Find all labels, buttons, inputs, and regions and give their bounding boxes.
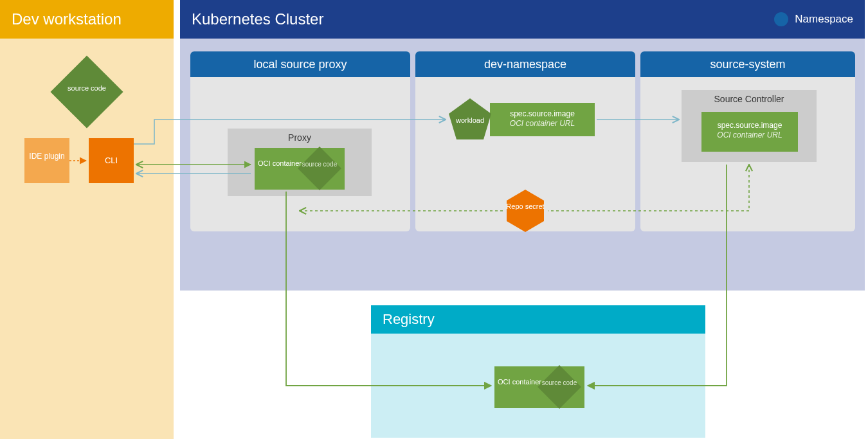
namespace-source-title: source-system	[710, 58, 785, 71]
dev-spec-box: spec.source.image OCI container URL	[490, 103, 595, 136]
proxy-source-code-diamond: source code	[300, 149, 339, 188]
dev-spec-line2: OCI container URL	[490, 119, 595, 129]
registry-header: Registry	[371, 305, 705, 334]
registry-oci-label: OCI container	[497, 378, 542, 386]
namespace-dev-title: dev-namespace	[484, 58, 566, 71]
kubernetes-cluster-header: Kubernetes Cluster Namespace	[180, 0, 865, 39]
kubernetes-cluster-title: Kubernetes Cluster	[192, 10, 323, 28]
source-spec-line2: OCI container URL	[701, 130, 798, 140]
source-controller-label: Source Controller	[682, 94, 817, 104]
registry-source-code-label: source code	[540, 379, 579, 386]
namespace-dev-header: dev-namespace	[415, 51, 635, 77]
repo-secret-label: Repo secret	[505, 202, 545, 210]
source-spec-line1: spec.source.image	[701, 121, 798, 130]
workload-label: workload	[448, 116, 493, 124]
proxy-oci-label: OCI container	[257, 159, 302, 168]
source-spec-box: spec.source.image OCI container URL	[701, 112, 798, 152]
dev-workstation-header: Dev workstation	[0, 0, 174, 39]
namespace-legend-label: Namespace	[795, 13, 853, 26]
registry-title: Registry	[383, 311, 435, 328]
svg-marker-1	[507, 190, 544, 232]
namespace-legend: Namespace	[774, 12, 853, 26]
proxy-label: Proxy	[228, 132, 372, 143]
dev-workstation-title: Dev workstation	[12, 10, 122, 28]
registry-source-code-diamond: source code	[540, 368, 579, 406]
workload-pentagon: workload	[448, 97, 493, 142]
dev-spec-line1: spec.source.image	[490, 109, 595, 119]
source-code-label: source code	[61, 84, 113, 92]
cli-box: CLI	[89, 138, 134, 183]
namespace-proxy-header: local source proxy	[190, 51, 410, 77]
namespace-proxy-title: local source proxy	[253, 58, 347, 71]
namespace-source-header: source-system	[640, 51, 855, 77]
repo-secret-hexagon: Repo secret	[505, 188, 545, 233]
namespace-legend-circle	[774, 12, 788, 26]
proxy-source-code-label: source code	[300, 161, 339, 168]
ide-plugin-box: IDE plugin	[24, 138, 69, 183]
source-code-diamond: source code	[61, 66, 113, 118]
